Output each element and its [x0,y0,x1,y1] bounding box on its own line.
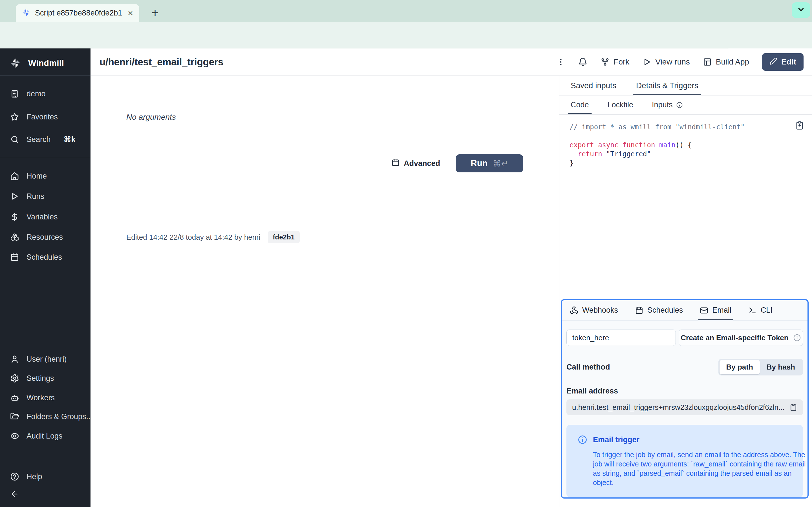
tab-code[interactable]: Code [569,96,590,114]
sidebar-item-schedules[interactable]: Schedules [10,251,88,263]
tab-email[interactable]: Email [700,300,731,320]
sidebar-item-settings[interactable]: Settings [10,372,88,385]
more-menu-icon[interactable] [557,58,565,66]
tab-email-label: Email [712,306,731,315]
sidebar-item-folders-groups[interactable]: Folders & Groups... [10,410,88,423]
sidebar-item-label: Variables [27,213,58,221]
token-row: Create an Email-specific Token [566,330,803,346]
user-icon [10,355,19,363]
tab-saved-inputs[interactable]: Saved inputs [569,76,617,95]
info-icon [676,102,683,108]
sidebar-item-label: Search [27,135,51,144]
code-viewer: // import * as wmill from "windmill-clie… [559,115,812,175]
trigger-tabs: Webhooks Schedules Email [562,300,808,321]
sidebar-item-help[interactable]: Help [10,470,88,483]
sidebar-item-search[interactable]: Search ⌘k [10,133,88,146]
run-label: Run [470,158,488,168]
tab-search-button[interactable] [792,2,810,18]
sidebar-item-audit-logs[interactable]: Audit Logs [10,430,88,442]
sidebar-item-label: Favorites [27,113,58,121]
search-shortcut: ⌘k [64,135,75,144]
sidebar-item-workers[interactable]: Workers [10,392,88,404]
bell-icon[interactable] [578,57,588,67]
play-icon [10,192,19,201]
sidebar-item-workspace[interactable]: demo [10,88,88,100]
copy-email-icon[interactable] [790,403,797,411]
tab-title: Script e857be88e0fde2b1 | W [35,9,123,17]
info-icon [793,334,801,342]
tab-inputs[interactable]: Inputs [651,96,684,114]
edited-text: Edited 14:42 22/8 today at 14:42 by henr… [126,233,260,242]
build-app-label: Build App [716,57,749,66]
mail-icon [700,306,708,315]
tab-inputs-label: Inputs [652,101,673,109]
run-row: Advanced Run ⌘↵ [391,154,523,172]
by-path-option[interactable]: By path [719,360,760,374]
tab-webhooks-label: Webhooks [582,306,618,315]
create-email-token-button[interactable]: Create an Email-specific Token [679,330,803,346]
sidebar-item-user[interactable]: User (henri) [10,353,88,365]
windmill-favicon-icon [22,8,31,18]
sidebar-item-label: Audit Logs [27,432,63,441]
email-trigger-infobox: Email trigger To trigger the job by emai… [566,425,803,497]
email-address-field[interactable]: u.henri.test_email_triggers+mrsw23zlouxg… [566,399,803,415]
sidebar-item-resources[interactable]: Resources [10,231,88,243]
layout-grid-icon [703,57,712,66]
edit-button[interactable]: Edit [762,53,804,71]
call-method-row: Call method By path By hash [566,359,803,376]
code-lines: // import * as wmill from "windmill-clie… [569,122,802,168]
sidebar-item-variables[interactable]: Variables [10,211,88,223]
folder-open-icon [10,412,19,421]
search-icon [10,135,19,144]
details-panel: Saved inputs Details & Triggers Code Loc… [559,76,812,507]
sidebar-item-favorites[interactable]: Favorites [10,111,88,123]
tab-webhooks[interactable]: Webhooks [570,300,618,320]
advanced-button[interactable]: Advanced [391,158,440,169]
new-tab-button[interactable]: + [147,4,163,21]
play-outline-icon [642,57,651,66]
version-hash-badge[interactable]: fde2b1 [268,231,300,243]
view-runs-button[interactable]: View runs [642,57,690,66]
token-input[interactable] [566,330,676,346]
tab-lockfile[interactable]: Lockfile [606,96,635,114]
create-email-token-label: Create an Email-specific Token [680,334,788,342]
screen: Script e857be88e0fde2b1 | W × + [0,0,812,507]
view-runs-label: View runs [655,57,690,66]
app-header: u/henri/test_email_triggers Fork View ru… [91,48,812,76]
infobox-title: Email trigger [593,436,640,444]
sidebar: Windmill demo Favorites Search ⌘k [0,48,91,507]
calendar-icon [391,158,400,169]
git-fork-icon [601,57,610,66]
fork-label: Fork [613,57,629,66]
windmill-logo-icon [10,58,21,68]
sidebar-item-label: Resources [27,233,63,242]
sidebar-item-label: Home [27,172,47,180]
sidebar-item-label: Runs [27,192,44,201]
sidebar-logo[interactable]: Windmill [10,57,88,69]
copy-code-icon[interactable] [795,121,804,132]
build-app-button[interactable]: Build App [703,57,749,66]
browser-tab[interactable]: Script e857be88e0fde2b1 | W × [16,4,139,22]
tab-close-icon[interactable]: × [128,8,133,17]
sidebar-item-label: Workers [27,393,55,402]
sidebar-divider [0,75,91,76]
pencil-icon [769,57,777,67]
tab-details-triggers[interactable]: Details & Triggers [635,76,700,95]
code-tabs: Code Lockfile Inputs [559,96,812,115]
call-method-label: Call method [566,363,610,372]
star-icon [10,112,19,121]
calendar-icon [10,252,19,262]
by-hash-option[interactable]: By hash [760,360,802,374]
tab-cli[interactable]: CLI [748,300,772,320]
sidebar-collapse[interactable] [10,488,88,500]
sidebar-item-runs[interactable]: Runs [10,190,88,203]
sidebar-item-home[interactable]: Home [10,170,88,182]
fork-button[interactable]: Fork [601,57,629,66]
sidebar-item-label: Help [27,472,42,481]
run-button[interactable]: Run ⌘↵ [456,154,523,172]
sidebar-item-label: User (henri) [27,355,67,363]
tab-cli-label: CLI [761,306,772,315]
header-actions: Fork View runs Build App Edit [557,48,804,75]
chevron-down-icon [797,5,805,15]
tab-schedules[interactable]: Schedules [635,300,683,320]
